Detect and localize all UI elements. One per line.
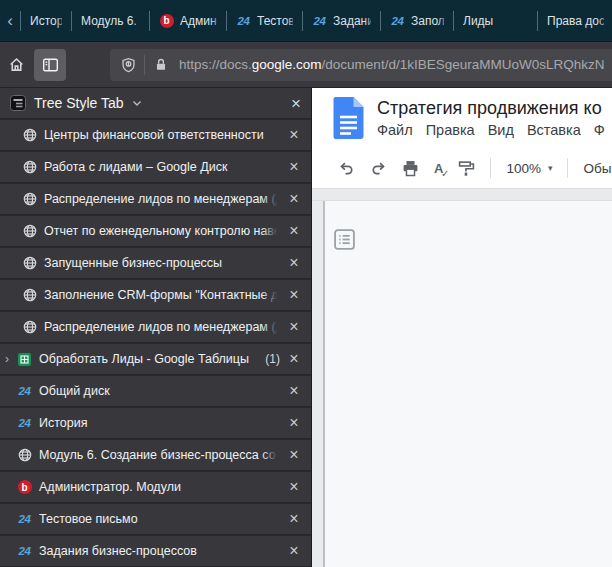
- menu-item[interactable]: Файл: [377, 122, 413, 138]
- browser-tab[interactable]: bАдмин: [150, 4, 226, 38]
- tab-label: Лиды: [463, 14, 493, 28]
- browser-tab[interactable]: Модуль 6.: [72, 4, 149, 38]
- sidebar-tab[interactable]: Центры финансовой ответственности×: [0, 120, 311, 150]
- bitrix-icon: b: [159, 13, 174, 28]
- home-button[interactable]: [4, 49, 28, 81]
- browser-tab[interactable]: 24Запол: [381, 4, 453, 38]
- sidebar-tab[interactable]: 24Тестовое письмо×: [0, 504, 311, 534]
- sheets-icon: [17, 352, 32, 367]
- tab-close-button[interactable]: ×: [287, 415, 301, 431]
- sidebar-tab[interactable]: bАдминистратор. Модули×: [0, 472, 311, 502]
- sidebar-switcher-chevron-down-icon[interactable]: [132, 100, 142, 107]
- tracking-protection-shield-icon[interactable]: [116, 53, 140, 77]
- browser-tab[interactable]: Права дос: [538, 4, 612, 38]
- paragraph-style-select[interactable]: Обычны: [583, 161, 612, 176]
- sidebar-tab-label: История: [39, 416, 280, 430]
- globe-icon: [22, 160, 37, 175]
- sidebar-tab[interactable]: Заполнение CRM-формы "Контактные данн×: [0, 280, 311, 310]
- tab-close-button[interactable]: ×: [287, 447, 301, 463]
- tab-close-button[interactable]: ×: [287, 479, 301, 495]
- sidebar-tab[interactable]: Распределение лидов по менеджерам (для е…: [0, 312, 311, 342]
- sidebar-tab[interactable]: 24История×: [0, 408, 311, 438]
- sidebar-tab[interactable]: 24Задания бизнес-процессов×: [0, 536, 311, 566]
- globe-icon: [22, 128, 37, 143]
- docs-header: Стратегия продвижения ко ФайлПравкаВидВс…: [312, 88, 612, 148]
- tab-close-button[interactable]: ×: [287, 351, 301, 367]
- sidebar-tab[interactable]: Модуль 6. Создание бизнес-процесса со ст…: [0, 440, 311, 470]
- globe-icon: [22, 224, 37, 239]
- sidebar-tab[interactable]: Отчет по еженедельному контролю наведен×: [0, 216, 311, 246]
- url-text: https://docs.google.com/document/d/1kIBE…: [179, 57, 604, 72]
- zoom-value: 100%: [506, 161, 541, 176]
- sidebar-tab-label: Задания бизнес-процессов: [39, 544, 280, 558]
- browser-tab[interactable]: Лиды: [454, 4, 537, 38]
- sidebar-tab[interactable]: Запущенные бизнес-процессы×: [0, 248, 311, 278]
- tabs-container: ИсторМодуль 6.bАдмин24Тестов24Задани24За…: [21, 4, 612, 38]
- url-domain: google.com: [252, 57, 322, 72]
- twisty-collapsed-icon[interactable]: ›: [5, 353, 9, 365]
- globe-icon: [22, 320, 37, 335]
- sidebar-tab[interactable]: 24Общий диск×: [0, 376, 311, 406]
- sidebar-tab-label: Заполнение CRM-формы "Контактные данн: [44, 288, 280, 302]
- tab-close-button[interactable]: ×: [287, 223, 301, 239]
- sidebar-tab[interactable]: Работа с лидами – Google Диск×: [0, 152, 311, 182]
- tree-style-tab-icon: [10, 95, 26, 111]
- sidebar-tab-label: Модуль 6. Создание бизнес-процесса со ст…: [39, 448, 280, 462]
- url-path: /document/d/1kIBESgeuraMMUoW0sLRQhkzN: [322, 57, 605, 72]
- tab-close-button[interactable]: ×: [287, 255, 301, 271]
- tab-close-button[interactable]: ×: [287, 159, 301, 175]
- browser-tab-strip: ‹ ИсторМодуль 6.bАдмин24Тестов24Задани24…: [0, 0, 612, 42]
- zoom-select[interactable]: 100% ▾: [506, 161, 552, 176]
- tab-close-button[interactable]: ×: [287, 127, 301, 143]
- sidebar-tab[interactable]: Распределение лидов по менеджерам (для е…: [0, 184, 311, 214]
- tab-close-button[interactable]: ×: [287, 319, 301, 335]
- undo-button[interactable]: [338, 160, 355, 176]
- lock-icon[interactable]: [149, 53, 173, 77]
- toolbar-separator: [567, 158, 568, 178]
- sidebar-close-button[interactable]: ×: [291, 95, 301, 112]
- sidebar-tab-label: Обработать Лиды - Google Таблицы: [39, 352, 258, 366]
- sidebar-toggle-button[interactable]: [34, 49, 66, 81]
- sidebar-tab[interactable]: ›Обработать Лиды - Google Таблицы(1)×: [0, 344, 311, 374]
- sidebar-title[interactable]: Tree Style Tab: [34, 95, 124, 111]
- browser-tab[interactable]: 24Задани: [303, 4, 380, 38]
- browser-tab[interactable]: Истор: [21, 4, 71, 38]
- docs-canvas: [312, 201, 612, 567]
- sidebar-tab-label: Отчет по еженедельному контролю наведен: [44, 224, 280, 238]
- navigation-toolbar: https://docs.google.com/document/d/1kIBE…: [0, 42, 612, 88]
- collapsed-children-count: (1): [265, 352, 280, 366]
- menu-item[interactable]: Правка: [426, 122, 475, 138]
- bitrix-icon: b: [17, 480, 32, 495]
- tab-close-button[interactable]: ×: [287, 511, 301, 527]
- redo-button[interactable]: [370, 160, 387, 176]
- urlbar-divider: [144, 55, 145, 75]
- docs-menu-bar: ФайлПравкаВидВставкаФ: [377, 122, 605, 138]
- spellcheck-button[interactable]: A✓: [434, 161, 443, 176]
- menu-item[interactable]: Вид: [488, 122, 514, 138]
- url-bar[interactable]: https://docs.google.com/document/d/1kIBE…: [110, 49, 612, 81]
- paint-format-button[interactable]: [458, 160, 475, 177]
- home-icon: [8, 56, 25, 73]
- menu-item[interactable]: Ф: [594, 122, 605, 138]
- tab-close-button[interactable]: ×: [287, 287, 301, 303]
- sidebar-tab-label: Распределение лидов по менеджерам (для е: [44, 320, 280, 334]
- browser-tab[interactable]: 24Тестов: [227, 4, 302, 38]
- sidebar-header: Tree Style Tab ×: [0, 88, 311, 120]
- google-docs-pane: Стратегия продвижения ко ФайлПравкаВидВс…: [312, 88, 612, 567]
- print-button[interactable]: [402, 160, 419, 177]
- tab-scroll-left-button[interactable]: ‹: [0, 4, 20, 38]
- tab-label: Истор: [30, 14, 62, 28]
- document-outline-button[interactable]: [333, 228, 356, 254]
- zoom-dropdown-arrow-icon: ▾: [548, 163, 553, 173]
- b24-icon: 24: [390, 13, 405, 28]
- docs-toolbar: A✓ 100% ▾ Обычны: [312, 148, 612, 188]
- menu-item[interactable]: Вставка: [527, 122, 581, 138]
- tab-close-button[interactable]: ×: [287, 383, 301, 399]
- tab-close-button[interactable]: ×: [287, 191, 301, 207]
- bitrix-b-glyph: b: [160, 14, 174, 28]
- tab-close-button[interactable]: ×: [287, 543, 301, 559]
- docs-header-text: Стратегия продвижения ко ФайлПравкаВидВс…: [377, 98, 605, 138]
- document-page[interactable]: [323, 201, 612, 567]
- document-title[interactable]: Стратегия продвижения ко: [377, 98, 605, 119]
- tree-style-tab-sidebar: Tree Style Tab × Центры финансовой ответ…: [0, 88, 312, 567]
